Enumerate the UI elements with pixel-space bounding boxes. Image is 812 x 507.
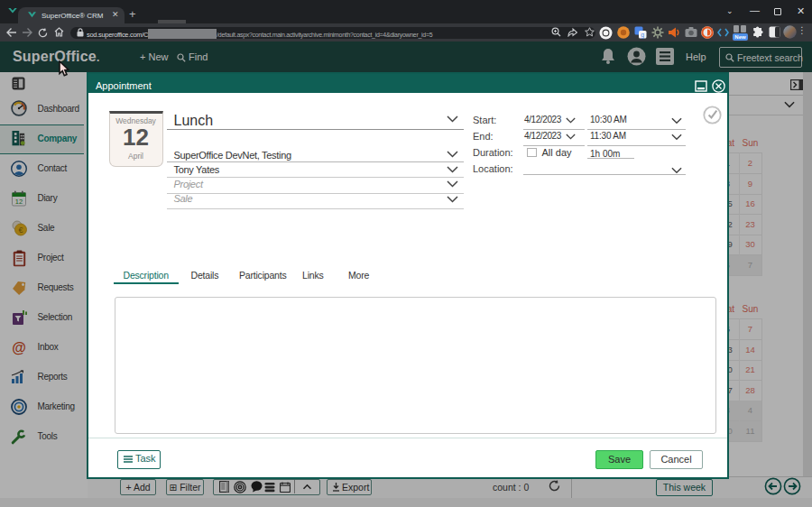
svg-text:g: g xyxy=(641,32,644,39)
